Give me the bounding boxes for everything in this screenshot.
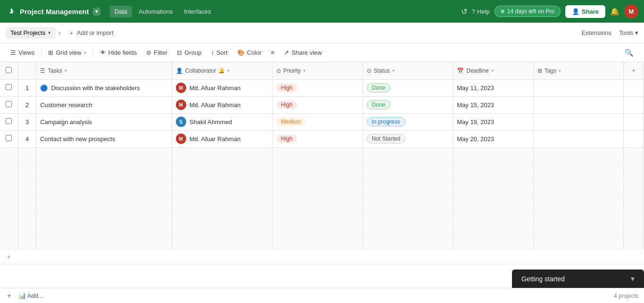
empty-extra <box>624 215 644 232</box>
row-collab-cell[interactable]: S Shakil Ahmmed <box>172 113 272 130</box>
share-button[interactable]: 👤 Share <box>565 5 605 18</box>
empty-row <box>0 181 644 198</box>
th-select-all[interactable] <box>0 62 18 79</box>
row-priority-cell[interactable]: High <box>272 79 363 96</box>
priority-caret[interactable]: ▾ <box>303 68 305 73</box>
row-number: 4 <box>18 130 36 147</box>
app-logo[interactable]: Project Management ▾ <box>6 6 100 17</box>
row-status-cell[interactable]: Done <box>363 79 453 96</box>
project-tab[interactable]: Test Projects ▾ <box>6 27 56 39</box>
tags-caret[interactable]: ▾ <box>559 68 561 73</box>
add-row-button[interactable]: ＋ <box>0 250 644 264</box>
row-priority-cell[interactable]: High <box>272 130 363 147</box>
share-icon: 👤 <box>572 8 579 15</box>
notification-icon[interactable]: 🔔 <box>610 7 619 16</box>
search-icon[interactable]: 🔍 <box>620 46 638 59</box>
getting-started-close[interactable]: ▾ <box>631 274 635 283</box>
row-checkbox-cell[interactable] <box>0 130 18 147</box>
title-caret[interactable]: ▾ <box>93 8 100 16</box>
pro-badge[interactable]: 14 days left on Pro <box>495 6 561 17</box>
empty-status <box>363 198 453 215</box>
row-status-cell[interactable]: Done <box>363 96 453 113</box>
sort-button[interactable]: ↕ Sort <box>206 47 232 59</box>
row-priority-cell[interactable]: Medium <box>272 113 363 130</box>
tab-expand-icon[interactable]: › <box>56 27 63 39</box>
row-collab-cell[interactable]: M Md. Afuar Rahman <box>172 79 272 96</box>
row-collab-cell[interactable]: M Md. Afuar Rahman <box>172 130 272 147</box>
status-badge: Done <box>367 100 391 109</box>
empty-task <box>36 232 172 249</box>
row-tags-cell[interactable] <box>533 130 624 147</box>
th-add-column[interactable]: ＋ <box>624 62 644 79</box>
row-tags-cell[interactable] <box>533 96 624 113</box>
nav-interfaces[interactable]: Interfaces <box>179 6 215 17</box>
views-button[interactable]: ☰ Views <box>6 47 39 59</box>
color-button[interactable]: 🎨 Color <box>232 47 266 59</box>
empty-task <box>36 215 172 232</box>
table-row: 4 Contact with new prospects M Md. Afuar… <box>0 130 644 147</box>
getting-started-panel[interactable]: Getting started ▾ <box>512 269 644 288</box>
row-checkbox-cell[interactable] <box>0 113 18 130</box>
table-row: 3 Campaign analysis S Shakil Ahmmed Medi… <box>0 113 644 130</box>
row-height-button[interactable]: ≡ <box>266 47 280 59</box>
empty-tags <box>533 147 624 164</box>
row-task-cell[interactable]: Contact with new prospects <box>36 130 172 147</box>
group-button[interactable]: ⊟ Group <box>172 47 206 59</box>
empty-check <box>0 164 18 181</box>
empty-task <box>36 198 172 215</box>
row-checkbox[interactable] <box>6 118 12 124</box>
grid-view-button[interactable]: ⊞ Grid view ▾ <box>43 47 91 59</box>
task-icon: 🔵 <box>40 84 48 92</box>
priority-badge: High <box>276 135 297 143</box>
add-column-icon[interactable]: ＋ <box>631 67 636 74</box>
row-checkbox-cell[interactable] <box>0 96 18 113</box>
priority-icon: ⊙ <box>276 67 281 74</box>
priority-badge: High <box>276 101 297 109</box>
row-priority-cell[interactable]: High <box>272 96 363 113</box>
extensions-link[interactable]: Extensions <box>581 29 611 36</box>
history-icon[interactable]: ↺ <box>461 7 467 16</box>
row-extra-cell <box>624 113 644 130</box>
tasks-sort-icon[interactable]: ▾ <box>65 68 67 73</box>
row-tags-cell[interactable] <box>533 113 624 130</box>
add-or-import-button[interactable]: ＋ Add or import <box>64 26 118 40</box>
select-all-checkbox[interactable] <box>6 67 12 73</box>
row-status-cell[interactable]: In progress <box>363 113 453 130</box>
avatar[interactable]: M <box>624 4 638 18</box>
row-task-cell[interactable]: Campaign analysis <box>36 113 172 130</box>
row-checkbox[interactable] <box>6 84 12 90</box>
th-collaborator[interactable]: 👤 Collaborator 🔔 ▾ <box>172 62 272 79</box>
row-checkbox[interactable] <box>6 101 12 107</box>
row-task-cell[interactable]: Customer research <box>36 96 172 113</box>
row-extra-cell <box>624 79 644 96</box>
views-icon: ☰ <box>10 49 16 56</box>
row-status-cell[interactable]: Not Started <box>363 130 453 147</box>
collab-caret[interactable]: ▾ <box>227 68 230 73</box>
th-status[interactable]: ⊙ Status ▾ <box>363 62 453 79</box>
help-button[interactable]: ? Help <box>472 8 490 15</box>
status-caret[interactable]: ▾ <box>392 68 395 73</box>
filter-button[interactable]: ⊘ Filter <box>141 47 172 59</box>
th-deadline[interactable]: 📅 Deadline ▾ <box>453 62 533 79</box>
row-checkbox[interactable] <box>6 135 12 141</box>
filter-icon: ⊘ <box>146 49 151 56</box>
tools-link[interactable]: Tools ▾ <box>619 29 638 36</box>
nav-automations[interactable]: Automations <box>134 6 177 17</box>
row-checkbox-cell[interactable] <box>0 79 18 96</box>
empty-row <box>0 232 644 249</box>
th-tags[interactable]: ⊞ Tags ▾ <box>533 62 624 79</box>
th-priority[interactable]: ⊙ Priority ▾ <box>272 62 363 79</box>
hide-fields-button[interactable]: 👁 Hide fields <box>95 47 142 59</box>
deadline-caret[interactable]: ▾ <box>491 68 494 73</box>
row-tags-cell[interactable] <box>533 79 624 96</box>
empty-extra <box>624 147 644 164</box>
empty-status <box>363 147 453 164</box>
data-table: ☰ Tasks ▾ 👤 Collaborator 🔔 ▾ ⊙ <box>0 62 644 250</box>
th-tasks[interactable]: ☰ Tasks ▾ <box>36 62 172 79</box>
status-icon: ⊙ <box>367 67 372 74</box>
share-view-button[interactable]: ↗ Share view <box>279 47 326 59</box>
empty-row <box>0 147 644 164</box>
row-task-cell[interactable]: 🔵 Discussion with the stakeholders <box>36 79 172 96</box>
row-collab-cell[interactable]: M Md. Afuar Rahman <box>172 96 272 113</box>
nav-data[interactable]: Data <box>110 6 132 17</box>
